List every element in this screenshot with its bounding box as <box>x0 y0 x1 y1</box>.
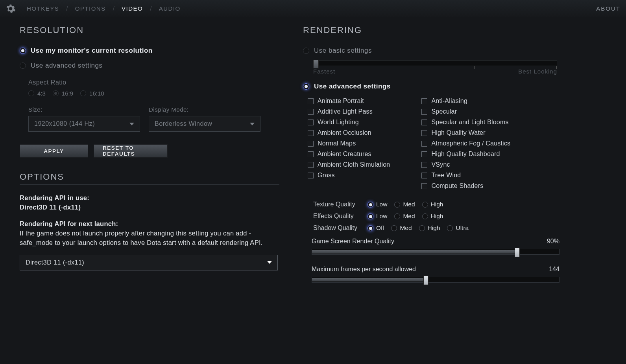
resolution-radio-advanced[interactable]: Use advanced settings <box>20 62 279 70</box>
top-nav: HOTKEYS / OPTIONS / VIDEO / AUDIO <box>27 5 596 12</box>
checkbox-atmospheric-fog-caustics[interactable]: Atmospheric Fog / Caustics <box>421 140 510 147</box>
radio-icon <box>20 48 26 54</box>
quality-opt-low[interactable]: Low <box>367 213 387 220</box>
basic-quality-slider[interactable]: Fastest Best Looking <box>313 60 610 75</box>
checkbox-ambient-cloth-simulation[interactable]: Ambient Cloth Simulation <box>308 161 390 168</box>
checkbox-specular-and-light-blooms[interactable]: Specular and Light Blooms <box>421 119 510 126</box>
checkbox-label: Specular and Light Blooms <box>431 119 508 126</box>
reset-button[interactable]: RESET TO DEFAULTS <box>94 144 168 158</box>
radio-icon <box>394 213 400 219</box>
mode-dropdown[interactable]: Borderless Window <box>149 116 260 132</box>
slider-thumb[interactable] <box>423 276 428 285</box>
checkbox-normal-maps[interactable]: Normal Maps <box>308 140 390 147</box>
checkbox-high-quality-dashboard[interactable]: High Quality Dashboard <box>421 151 510 158</box>
api-dropdown[interactable]: Direct3D 11 (-dx11) <box>20 255 278 270</box>
check-col-left: Animate PortraitAdditive Light PassWorld… <box>308 97 390 193</box>
checkbox-additive-light-pass[interactable]: Additive Light Pass <box>308 108 390 115</box>
aspect-16-10[interactable]: 16:10 <box>80 90 104 97</box>
field-label: Display Mode: <box>149 106 260 113</box>
tab-options[interactable]: OPTIONS <box>75 5 106 12</box>
checkbox-icon <box>421 151 427 157</box>
checkbox-icon <box>308 141 314 147</box>
checkbox-world-lighting[interactable]: World Lighting <box>308 119 390 126</box>
quality-opt-label: Low <box>376 201 387 208</box>
apply-button[interactable]: APPLY <box>20 144 88 158</box>
checkbox-tree-wind[interactable]: Tree Wind <box>421 172 510 179</box>
quality-opt-label: Low <box>376 213 387 220</box>
quality-opt-ultra[interactable]: Ultra <box>447 224 469 232</box>
slider-label-right: Best Looking <box>518 68 557 75</box>
checkbox-label: Additive Light Pass <box>318 108 373 115</box>
shadow-quality-row: Shadow Quality OffMedHighUltra <box>303 224 610 232</box>
checkbox-label: Specular <box>431 108 457 115</box>
checkbox-vsync[interactable]: VSync <box>421 161 510 168</box>
quality-opt-med[interactable]: Med <box>394 213 415 220</box>
resolution-radio-monitor[interactable]: Use my monitor's current resolution <box>20 47 279 55</box>
checkbox-icon <box>421 162 427 168</box>
checkbox-icon <box>421 130 427 136</box>
quality-options: LowMedHigh <box>367 213 443 220</box>
checkbox-ambient-creatures[interactable]: Ambient Creatures <box>308 151 390 158</box>
checkbox-animate-portrait[interactable]: Animate Portrait <box>308 97 390 105</box>
rendering-radio-advanced[interactable]: Use advanced settings <box>303 83 610 90</box>
checkbox-icon <box>308 130 314 136</box>
aspect-label: 4:3 <box>37 90 46 97</box>
checkbox-label: Ambient Cloth Simulation <box>318 161 390 168</box>
size-field: Size: 1920x1080 (144 Hz) <box>28 106 140 132</box>
texture-quality-row: Texture Quality LowMedHigh <box>303 201 610 208</box>
radio-icon <box>80 90 86 96</box>
size-dropdown[interactable]: 1920x1080 (144 Hz) <box>28 116 140 132</box>
radio-icon <box>303 83 309 90</box>
fps-slider[interactable] <box>312 277 560 283</box>
quality-opt-high[interactable]: High <box>422 213 443 220</box>
checkbox-compute-shaders[interactable]: Compute Shaders <box>421 182 510 189</box>
aspect-title: Aspect Ratio <box>28 79 279 86</box>
slider-label-left: Fastest <box>313 68 335 75</box>
slider-thumb[interactable] <box>313 60 319 68</box>
tab-video[interactable]: VIDEO <box>122 5 143 12</box>
checkbox-ambient-occlusion[interactable]: Ambient Occlusion <box>308 129 390 136</box>
slider-tick <box>556 66 557 69</box>
checkbox-high-quality-water[interactable]: High Quality Water <box>421 129 510 136</box>
radio-label: Use my monitor's current resolution <box>31 47 153 55</box>
about-link[interactable]: ABOUT <box>596 5 620 12</box>
divider <box>20 38 279 38</box>
api-in-use-value: Direct3D 11 (-dx11) <box>20 203 279 212</box>
checkbox-icon <box>308 162 314 168</box>
quality-opt-low[interactable]: Low <box>367 201 387 208</box>
radio-icon <box>53 90 59 96</box>
chevron-down-icon <box>129 123 134 125</box>
checkbox-label: VSync <box>431 161 450 168</box>
quality-opt-med[interactable]: Med <box>391 224 412 232</box>
dropdown-value: 1920x1080 (144 Hz) <box>34 120 95 127</box>
render-quality-slider[interactable] <box>312 249 560 255</box>
checkbox-label: World Lighting <box>318 119 359 126</box>
checkbox-label: Normal Maps <box>318 140 356 147</box>
checkbox-specular[interactable]: Specular <box>421 108 510 115</box>
slider-fill <box>312 250 517 254</box>
aspect-16-9[interactable]: 16:9 <box>53 90 73 97</box>
gear-icon <box>6 4 16 14</box>
quality-opt-label: Med <box>403 201 415 208</box>
checkbox-icon <box>308 119 314 125</box>
quality-opt-off[interactable]: Off <box>367 224 384 232</box>
checkbox-grass[interactable]: Grass <box>308 172 390 179</box>
tab-audio[interactable]: AUDIO <box>159 5 181 12</box>
slider-thumb[interactable] <box>515 248 520 257</box>
chevron-down-icon <box>250 123 255 125</box>
radio-label: Use advanced settings <box>31 62 103 70</box>
checkbox-anti-aliasing[interactable]: Anti-Aliasing <box>421 97 510 105</box>
checkbox-label: Ambient Creatures <box>318 151 371 158</box>
quality-opt-med[interactable]: Med <box>394 201 415 208</box>
tab-hotkeys[interactable]: HOTKEYS <box>27 5 59 12</box>
quality-opt-label: Med <box>403 213 415 220</box>
quality-opt-high[interactable]: High <box>422 201 443 208</box>
nav-separator: / <box>150 5 151 12</box>
aspect-options: 4:3 16:9 16:10 <box>28 90 279 97</box>
aspect-4-3[interactable]: 4:3 <box>28 90 46 97</box>
quality-opt-high[interactable]: High <box>419 224 440 232</box>
rendering-radio-basic[interactable]: Use basic settings <box>303 47 610 55</box>
button-row: APPLY RESET TO DEFAULTS <box>20 144 279 158</box>
aspect-label: 16:10 <box>89 90 104 97</box>
slider-labels: Fastest Best Looking <box>313 68 557 75</box>
